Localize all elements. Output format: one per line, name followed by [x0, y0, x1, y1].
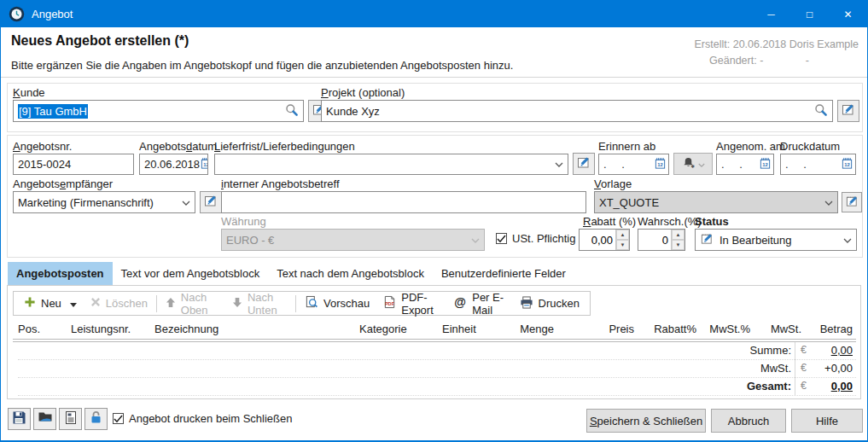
col-preis[interactable]: Preis: [562, 323, 634, 335]
vorschau-button[interactable]: Vorschau: [298, 294, 376, 314]
spin-up-icon[interactable]: ▲: [672, 230, 684, 240]
projekt-input[interactable]: Kunde Xyz: [321, 100, 833, 122]
print-on-close-checkbox[interactable]: [113, 413, 124, 424]
unlock-icon: [90, 410, 102, 427]
svg-text:12: 12: [203, 162, 208, 167]
lock-button[interactable]: [84, 408, 108, 430]
col-betrag[interactable]: Betrag: [790, 323, 853, 335]
kunde-label: Kunde: [13, 86, 45, 99]
calendar-icon[interactable]: 12: [841, 157, 853, 172]
neu-button[interactable]: Neu: [17, 294, 84, 314]
edit-note-icon: [700, 231, 714, 248]
svg-text:12: 12: [844, 162, 849, 167]
lieferfrist-combobox[interactable]: [214, 154, 568, 175]
empfaenger-value: Marketing (Firmenanschrift): [18, 196, 154, 209]
print-on-close-label: Angebot drucken beim Schließen: [129, 412, 293, 425]
summe-label: Summe:: [684, 344, 791, 357]
wahrsch-spinner[interactable]: 0 ▲ ▼: [638, 229, 685, 251]
maximize-button[interactable]: □: [790, 1, 829, 27]
reminder-bell-button[interactable]: ✱: [673, 153, 713, 175]
drucken-button[interactable]: Drucken: [513, 294, 586, 314]
col-leistungsnr[interactable]: Leistungsnr.: [71, 323, 131, 335]
app-clock-icon: [9, 6, 25, 22]
tab-text-nach-angebotsblock[interactable]: Text nach dem Angebotsblock: [268, 262, 433, 285]
wahrsch-value: 0: [638, 230, 671, 250]
folder-icon: [38, 410, 53, 427]
close-button[interactable]: ✕: [829, 1, 867, 27]
pdf-export-button[interactable]: PDF PDF-Export: [376, 294, 446, 314]
gesamt-label: Gesamt:: [684, 380, 791, 393]
status-combobox[interactable]: In Bearbeitung: [695, 229, 857, 251]
search-icon[interactable]: [285, 103, 299, 119]
loeschen-button[interactable]: Löschen: [84, 294, 154, 314]
hilfe-button[interactable]: Hilfe: [791, 409, 863, 433]
row-separator: [18, 377, 856, 378]
tab-angebotsposten[interactable]: Angebotsposten: [8, 262, 113, 285]
tab-benutzerdefinierte-felder[interactable]: Benutzerdefinierte Felder: [433, 262, 574, 285]
edit-note-icon: [203, 193, 218, 212]
waehrung-value: EURO - €: [226, 234, 274, 247]
save-button[interactable]: [8, 408, 31, 430]
created-label: Erstellt:: [695, 38, 731, 50]
col-kategorie[interactable]: Kategorie: [359, 323, 407, 335]
angebotsdatum-input[interactable]: 20.06.2018 12: [139, 154, 208, 175]
col-pos[interactable]: Pos.: [18, 323, 40, 335]
abbruch-button[interactable]: Abbruch: [711, 409, 786, 433]
angebotsnr-value: 2015-0024: [18, 158, 71, 171]
search-icon[interactable]: [814, 103, 828, 119]
floppy-disk-icon: [12, 410, 26, 428]
col-bezeichnung[interactable]: Bezeichnung: [154, 323, 218, 335]
header-rule: [13, 339, 856, 340]
vorlage-combobox[interactable]: XT_QUOTE: [594, 191, 838, 213]
arrow-down-icon: [232, 297, 242, 311]
lieferfrist-label: Lieferfrist/Lieferbedingungen: [214, 140, 355, 153]
angenom-am-input[interactable]: . . 12: [716, 154, 774, 175]
calendar-icon[interactable]: 12: [654, 157, 667, 172]
folder-import-icon-button[interactable]: [33, 408, 56, 430]
toolbar-separator: [156, 295, 157, 312]
plus-icon: [24, 296, 36, 311]
ust-pflichtig-checkbox[interactable]: [496, 233, 507, 244]
spin-down-icon[interactable]: ▼: [672, 240, 684, 250]
wahrsch-label: Wahrsch.(%): [638, 215, 702, 228]
dropdown-arrow-icon[interactable]: [70, 297, 77, 310]
delete-x-icon: [90, 297, 101, 310]
empfaenger-edit-button[interactable]: [200, 191, 222, 213]
minimize-button[interactable]: ─: [752, 1, 790, 27]
chevron-down-icon: [698, 156, 705, 172]
angebotsnr-label: Angebotsnr.: [13, 140, 72, 153]
calendar-icon[interactable]: 12: [200, 157, 208, 172]
rabatt-spinner[interactable]: 0,00 ▲ ▼: [579, 229, 630, 251]
col-rabatt-pct[interactable]: Rabatt%: [639, 323, 696, 335]
druckdatum-input[interactable]: . . 12: [780, 154, 856, 175]
modified-value-2: -: [806, 55, 809, 67]
erinnern-ab-input[interactable]: . . 12: [598, 154, 669, 175]
spin-up-icon[interactable]: ▲: [616, 230, 629, 240]
titlebar: Angebot ─ □ ✕: [1, 1, 867, 27]
speichern-schliessen-button[interactable]: Speichern & Schließen: [586, 409, 706, 433]
betreff-input[interactable]: [221, 191, 586, 213]
report-button[interactable]: [59, 408, 82, 430]
projekt-edit-button[interactable]: [837, 100, 859, 122]
calendar-icon[interactable]: 12: [759, 157, 772, 172]
vorlage-edit-button[interactable]: [842, 192, 862, 212]
col-einheit[interactable]: Einheit: [442, 323, 476, 335]
per-email-button[interactable]: @ Per E-Mail: [446, 294, 512, 314]
nach-unten-button[interactable]: Nach Unten: [225, 294, 294, 314]
svg-text:✱: ✱: [690, 164, 695, 169]
edit-note-icon: [576, 154, 591, 173]
chevron-down-icon: [824, 196, 833, 209]
nach-oben-button[interactable]: Nach Oben: [159, 294, 225, 314]
spin-down-icon[interactable]: ▼: [616, 240, 629, 250]
tab-text-vor-angebotsblock[interactable]: Text vor dem Angebotsblock: [113, 262, 269, 285]
angebotsdatum-value: 20.06.2018: [144, 158, 200, 171]
mwst-value: +0,00: [801, 362, 853, 375]
kunde-input[interactable]: [9] Tau GmbH: [13, 100, 304, 122]
empfaenger-combobox[interactable]: Marketing (Firmenanschrift): [13, 191, 195, 213]
col-menge[interactable]: Menge: [479, 323, 554, 335]
positions-toolbar: Neu Löschen Nach Oben Nach Unten: [13, 291, 591, 316]
empfaenger-label: Angebotsempfänger: [13, 177, 113, 190]
chevron-down-icon[interactable]: [555, 158, 563, 171]
lieferfrist-edit-button[interactable]: [573, 153, 595, 175]
angebotsnr-input[interactable]: 2015-0024: [13, 154, 134, 175]
